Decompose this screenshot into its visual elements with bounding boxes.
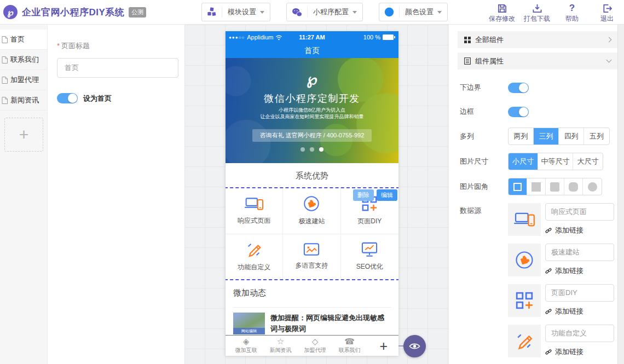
advantage-cell[interactable]: SEO优化 [341, 234, 398, 280]
advantage-cell[interactable]: 功能自定义 [226, 234, 283, 280]
phone-tab-bar: ◈ 微加互联 ☆ 新闻资讯 ◇ 加盟代理 ☎ 联系我们 + [226, 335, 398, 356]
datasource-item: 添加链接 [508, 203, 614, 236]
advantage-cell[interactable]: 响应式页面 [226, 188, 283, 234]
hero-banner[interactable]: ℘ 微信小程序定制开发 小程序以微信8亿用户为切入点 让企业以及商家在短时间里实… [226, 58, 398, 163]
sidebar-item-home[interactable]: 首页 [0, 30, 47, 50]
advantage-cell[interactable]: 极速建站 [283, 188, 340, 234]
datasource-row: 数据源 [460, 203, 617, 364]
add-link-button[interactable]: 添加链接 [545, 307, 614, 316]
columns-option-5[interactable]: 五列 [584, 128, 609, 145]
columns-option-3-selected[interactable]: 三列 [534, 128, 559, 145]
chevron-down-icon [606, 57, 612, 63]
tab-weijia[interactable]: ◈ 微加互联 [229, 337, 263, 354]
columns-option-4[interactable]: 四列 [559, 128, 584, 145]
sidebar-item-contact[interactable]: 联系我们 [0, 50, 47, 70]
radius-option-medium[interactable] [564, 178, 583, 195]
preview-eye-button[interactable] [403, 335, 426, 357]
header-menus: 模块设置 小程序配置 颜色设置 [201, 3, 448, 21]
tab-news[interactable]: ☆ 新闻资讯 [263, 337, 298, 354]
phone-status-bar: ●●●○○ Applidium 11:27 AM 100 % [226, 31, 398, 43]
image-size-large[interactable]: 大尺寸 [573, 153, 603, 170]
tab-agency[interactable]: ◇ 加盟代理 [298, 337, 332, 354]
top-bar: ℘ 企业官网小程序DIY系统 公测 模块设置 [0, 0, 624, 25]
carousel-dot-active[interactable] [319, 147, 323, 152]
color-menu-button[interactable]: 颜色设置 [379, 3, 448, 21]
all-components-header[interactable]: 全部组件 [458, 31, 617, 48]
article-thumbnail-caption: 网站编辑 [233, 328, 265, 334]
page-title-label: *页面标题 [57, 41, 178, 51]
eye-icon [409, 342, 420, 350]
datasource-item: 添加链接 [508, 284, 614, 317]
hero-promo-wrap: 咨询有礼 送官网小程序 / 400-0755-992 [226, 129, 398, 142]
circle-shape-icon [588, 182, 597, 192]
radius-option-circle[interactable] [583, 178, 602, 195]
workspace: 首页 联系我们 加盟代理 新闻资讯 + [0, 25, 624, 364]
sidebar-item-news[interactable]: 新闻资讯 [0, 90, 47, 111]
datasource-name-input[interactable] [545, 244, 614, 261]
battery-icon [383, 34, 395, 40]
carousel-dot[interactable] [310, 147, 314, 152]
all-components-label: 全部组件 [475, 35, 504, 45]
help-button[interactable]: ? 帮助 [558, 3, 586, 24]
datasource-name-input[interactable] [545, 325, 614, 342]
miniprogram-menu-label: 小程序配置 [308, 7, 353, 17]
image-size-small-selected[interactable]: 小尺寸 [509, 153, 538, 170]
sidebar-item-label: 联系我们 [10, 55, 39, 65]
add-link-button[interactable]: 添加链接 [545, 226, 614, 235]
link-icon [545, 227, 552, 234]
modules-menu-button[interactable]: 模块设置 [201, 3, 270, 21]
add-tab-button[interactable]: + [379, 338, 388, 354]
phone-nav-title: 首页 [304, 46, 320, 56]
bottom-margin-toggle[interactable] [508, 83, 529, 93]
image-radius-label: 图片圆角 [460, 182, 508, 192]
page-icon [2, 77, 8, 84]
advantage-cell[interactable]: 多语言支持 [283, 234, 340, 280]
advantage-label: SEO优化 [356, 262, 383, 271]
miniprogram-menu-button[interactable]: 小程序配置 [286, 3, 363, 21]
radius-option-0[interactable] [527, 178, 546, 195]
phone-nav-bar: 首页 [226, 43, 398, 58]
datasource-name-input[interactable] [545, 203, 614, 221]
datasource-item: 添加链接 [508, 244, 614, 276]
responsive-page-icon [245, 197, 263, 211]
radius-option-none-selected[interactable] [509, 178, 527, 195]
bottom-margin-label: 下边界 [460, 83, 508, 93]
add-link-button[interactable]: 添加链接 [545, 347, 614, 357]
color-menu-label: 颜色设置 [400, 7, 437, 17]
save-icon [488, 3, 516, 13]
props-form: 下边界 边框 多列 两列 三列 四列 五列 [449, 74, 617, 364]
add-page-button[interactable]: + [4, 118, 43, 152]
advantage-label: 极速建站 [298, 217, 325, 226]
link-icon [545, 308, 552, 315]
delete-component-button[interactable]: 删除 [353, 189, 374, 201]
border-toggle[interactable] [508, 107, 529, 117]
datasource-name-input[interactable] [545, 284, 614, 302]
page-title-input[interactable] [57, 58, 178, 78]
header-actions: 保存修改 打包下载 ? 帮助 [488, 3, 621, 24]
modules-icon [202, 7, 222, 18]
set-home-label: 设为首页 [83, 94, 112, 103]
article-thumbnail: 网站编辑 [233, 313, 265, 334]
exit-button[interactable]: 退出 [593, 3, 621, 24]
carousel-dot[interactable] [301, 147, 305, 152]
edit-component-button[interactable]: 编辑 [377, 189, 397, 201]
image-size-medium[interactable]: 中等尺寸 [538, 153, 573, 170]
tab-contact[interactable]: ☎ 联系我们 [332, 337, 367, 354]
page-icon [2, 36, 8, 43]
radius-option-small[interactable] [546, 178, 564, 195]
news-article[interactable]: 网站编辑 微加提醒：网页编辑应避免出现敏感词与极限词 [233, 308, 391, 334]
hero-title: 微信小程序定制开发 [226, 92, 398, 105]
phone-icon: ☎ [332, 337, 367, 346]
save-button[interactable]: 保存修改 [488, 3, 516, 24]
set-home-toggle[interactable] [57, 93, 78, 103]
diamond-icon: ◇ [298, 337, 332, 346]
page-icon [2, 97, 8, 104]
app-window: ℘ 企业官网小程序DIY系统 公测 模块设置 [0, 0, 624, 364]
add-link-button[interactable]: 添加链接 [545, 266, 614, 276]
columns-option-2[interactable]: 两列 [509, 128, 534, 145]
bottom-margin-row: 下边界 [460, 79, 617, 96]
component-props-header[interactable]: 组件属性 [458, 53, 617, 70]
download-button[interactable]: 打包下载 [523, 3, 551, 24]
sidebar-item-agency[interactable]: 加盟代理 [0, 70, 47, 90]
weijia-logo-icon: ◈ [229, 337, 263, 346]
